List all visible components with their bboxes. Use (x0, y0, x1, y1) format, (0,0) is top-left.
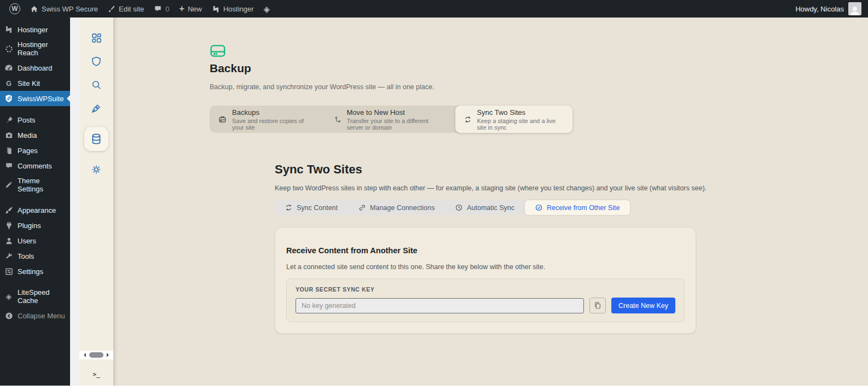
subtab-label: Automatic Sync (467, 204, 514, 212)
tab-title: Move to New Host (346, 108, 447, 117)
wordpress-admin-screen: W Swiss WP Secure Edit site 0 + New Host… (0, 0, 868, 390)
dashboard-gauge-icon (4, 63, 13, 72)
google-g-icon: G (4, 79, 13, 88)
litespeed-diamond-icon: ◈ (264, 5, 270, 13)
scrollbar-thumb[interactable] (89, 352, 103, 358)
backup-tabs: Backups Save and restore copies of your … (210, 106, 572, 133)
sidebar-item-label: Settings (18, 267, 43, 276)
archive-icon (218, 115, 227, 124)
sidebar-item-litespeed-cache[interactable]: ◈ LiteSpeed Cache (0, 285, 70, 308)
tab-title: Sync Two Sites (477, 108, 564, 117)
subtab-automatic-sync[interactable]: Automatic Sync (445, 200, 525, 215)
hostinger-toolbar-link[interactable]: Hostinger (207, 0, 259, 18)
tab-sync-two-sites[interactable]: Sync Two Sites Keep a staging site and a… (455, 106, 572, 133)
horizontal-scrollbar[interactable] (79, 351, 113, 359)
sidebar-item-label: LiteSpeed Cache (18, 288, 66, 305)
card-title: Receive Content from Another Site (286, 246, 685, 255)
rail-search-icon[interactable] (87, 78, 106, 92)
avatar[interactable] (848, 2, 861, 15)
sidebar-item-settings[interactable]: Settings (0, 264, 70, 279)
sidebar-item-label: Users (18, 237, 36, 245)
plugin-icon-rail: >_ (79, 18, 113, 386)
scroll-left-arrow[interactable] (82, 353, 86, 357)
wordpress-logo-icon: W (9, 3, 20, 14)
tab-backups[interactable]: Backups Save and restore copies of your … (210, 106, 326, 133)
refresh-icon (285, 204, 292, 211)
link-icon (358, 204, 366, 211)
sidebar-item-posts[interactable]: Posts (0, 112, 70, 127)
scroll-right-arrow[interactable] (107, 353, 111, 357)
sidebar-item-site-kit[interactable]: G Site Kit (0, 75, 70, 91)
camera-icon (4, 131, 13, 139)
pencil-icon (4, 181, 13, 189)
terminal-icon[interactable]: >_ (79, 371, 113, 378)
secret-key-input[interactable] (296, 298, 584, 313)
paintbrush-icon (4, 206, 13, 214)
section-description: Keep two WordPress sites in step with ea… (275, 184, 846, 193)
sidebar-item-label: Tools (18, 252, 34, 260)
rail-dashboard-grid-icon[interactable] (87, 31, 106, 45)
edit-site-link[interactable]: Edit site (103, 0, 149, 18)
copy-icon (594, 301, 601, 310)
sidebar-item-label: Theme Settings (18, 177, 66, 193)
litespeed-toolbar-button[interactable]: ◈ (259, 0, 275, 18)
howdy-text[interactable]: Howdy, Nicolas (795, 5, 844, 13)
rail-pen-tool-icon[interactable] (87, 101, 106, 115)
sidebar-item-media[interactable]: Media (0, 127, 70, 143)
sidebar-item-hostinger-reach[interactable]: Hostinger Reach (0, 37, 70, 60)
sidebar-item-label: Media (18, 131, 37, 139)
wordpress-menu-button[interactable]: W (4, 0, 25, 18)
sidebar-item-label: Hostinger Reach (18, 40, 66, 57)
route-icon (334, 115, 341, 124)
sidebar-item-plugins[interactable]: Plugins (0, 218, 70, 233)
home-icon (30, 5, 38, 13)
admin-bar: W Swiss WP Secure Edit site 0 + New Host… (0, 0, 868, 18)
tab-desc: Transfer your site to a different server… (346, 118, 447, 131)
subtab-manage-connections[interactable]: Manage Connections (348, 200, 445, 215)
plug-icon (4, 221, 13, 230)
subtab-receive-from-other-site[interactable]: Receive from Other Site (525, 200, 630, 215)
brush-icon (108, 5, 115, 13)
site-name-link[interactable]: Swiss WP Secure (25, 0, 103, 18)
sidebar-item-comments[interactable]: Comments (0, 158, 70, 173)
pages-icon (4, 146, 13, 155)
subtab-label: Manage Connections (370, 204, 435, 212)
sync-arrows-icon (464, 115, 471, 124)
sidebar-item-users[interactable]: Users (0, 233, 70, 248)
new-content-button[interactable]: + New (175, 0, 207, 18)
sidebar-item-appearance[interactable]: Appearance (0, 202, 70, 218)
copy-key-button[interactable] (589, 298, 606, 313)
svg-text:G: G (6, 79, 11, 88)
subtab-sync-content[interactable]: Sync Content (275, 200, 348, 215)
wrench-icon (4, 252, 13, 260)
secret-key-row: Create New Key (296, 298, 675, 313)
rail-database-icon-active[interactable] (84, 127, 108, 151)
comments-button[interactable]: 0 (149, 0, 174, 18)
main-content: Backup Backup, migrate, and synchronize … (113, 18, 868, 386)
card-description: Let a connected site send content to thi… (286, 263, 685, 271)
rail-settings-gear-icon[interactable] (87, 162, 106, 177)
sliders-icon (4, 267, 13, 276)
tab-move-to-new-host[interactable]: Move to New Host Transfer your site to a… (326, 106, 455, 133)
receive-content-card: Receive Content from Another Site Let a … (275, 227, 696, 334)
admin-bar-right: Howdy, Nicolas (795, 2, 868, 15)
sidebar-item-theme-settings[interactable]: Theme Settings (0, 173, 70, 196)
sidebar-item-swisswpsuite[interactable]: SwissWPSuite (0, 91, 70, 106)
clock-icon (455, 204, 462, 211)
sidebar-item-tools[interactable]: Tools (0, 248, 70, 264)
secret-key-label: YOUR SECRET SYNC KEY (296, 286, 675, 293)
shield-logo-icon (4, 94, 13, 103)
create-new-key-button[interactable]: Create New Key (611, 298, 675, 313)
sidebar-item-dashboard[interactable]: Dashboard (0, 60, 70, 75)
sync-subtabs: Sync Content Manage Connections Automati… (275, 200, 630, 215)
subtab-label: Sync Content (297, 204, 338, 212)
sidebar-item-label: Plugins (18, 222, 41, 230)
sidebar-item-hostinger[interactable]: Hostinger (0, 22, 70, 37)
sidebar-item-collapse-menu[interactable]: Collapse Menu (0, 308, 70, 323)
wp-content-background-strip (70, 18, 79, 386)
sidebar-item-label: Comments (18, 162, 52, 170)
sidebar-item-pages[interactable]: Pages (0, 143, 70, 158)
sidebar-item-label: Collapse Menu (18, 312, 65, 320)
comment-bubble-icon (154, 5, 162, 13)
rail-shield-icon[interactable] (87, 54, 106, 68)
